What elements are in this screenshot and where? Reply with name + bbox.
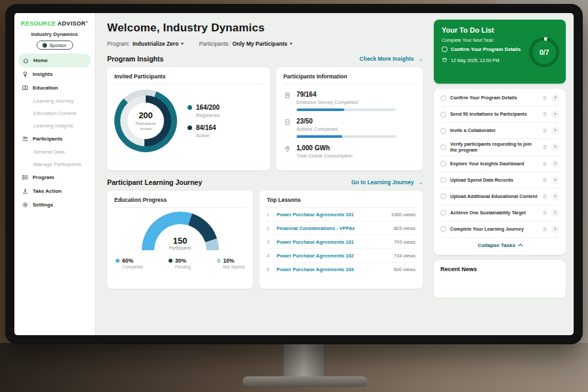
filters-bar: Program: Industrialize Zero ▾ Participan… [107,41,423,47]
task-label: Verify participants requesting to join t… [450,141,538,154]
task-row[interactable]: Invite a Collaborator › [440,123,559,139]
info-row-emission: 79/164 Emission Survey Completed [284,91,416,111]
sidebar-item-education[interactable]: Education [14,81,95,95]
task-row[interactable]: Confirm Your Program Details › [440,90,559,106]
sidebar-item-home[interactable]: Home [18,54,91,67]
legend-dot [188,105,192,110]
todo-progress-ring: 0/7 [529,37,559,67]
learning-cards: Education Progress 150 Participants 60% [107,191,423,289]
chevron-down-icon: ▾ [290,41,293,46]
app-window: RESOURCE ADVISOR+ Industry Dynamics Spon… [14,13,574,335]
sidebar-item-settings[interactable]: Settings [14,198,95,212]
sidebar-item-label: Learning Insights [33,123,73,129]
go-to-learning-journey-link[interactable]: Go to Learning Journey → [351,179,423,186]
task-doc-icon [542,112,547,117]
progress-bar [297,135,396,138]
sidebar-item-insights[interactable]: Insights [14,67,95,81]
task-checkbox[interactable] [440,95,446,101]
task-checkbox[interactable] [440,210,446,216]
legend-item-completed: 60% Completed [116,257,142,269]
section-title: Participant Learning Journey [107,178,202,186]
chevron-right-icon[interactable]: › [551,110,559,118]
chevron-right-icon[interactable]: › [551,193,559,201]
legend-dot [169,259,172,263]
sponsor-icon [42,43,47,48]
next-task-checkbox[interactable] [442,46,448,52]
check-more-insights-link[interactable]: Check More Insights → [359,56,423,62]
task-checkbox[interactable] [440,177,446,183]
gauge-center-value: 150 [142,236,219,246]
task-checkbox[interactable] [440,226,446,232]
task-checkbox[interactable] [440,112,446,118]
task-checkbox[interactable] [440,128,446,134]
lesson-title-link[interactable]: Power Purchase Agreements 101 [276,239,389,245]
task-label: Complete Your Learning Journey [450,226,538,232]
brand-logo-secondary: ADVISOR [57,20,86,27]
task-checkbox[interactable] [440,193,446,199]
lesson-row[interactable]: 4 Power Purchase Agreements 102 734 view… [267,249,416,263]
legend-item-registered: 164/200 Registered [188,104,220,118]
card-title: Participants Information [284,73,416,84]
participants-filter[interactable]: Participants: Only My Participants ▾ [199,41,292,47]
chevron-up-icon [518,244,523,248]
monitor-frame: RESOURCE ADVISOR+ Industry Dynamics Spon… [5,4,583,344]
task-checkbox[interactable] [440,161,446,167]
legend-value: 164/200 [196,104,220,111]
chevron-right-icon[interactable]: › [551,160,559,168]
task-row[interactable]: Upload Additional Educational Content › [440,189,559,205]
lesson-views: 793 views [394,239,416,245]
progress-fill [297,135,342,138]
chevron-right-icon[interactable]: › [551,209,559,217]
lesson-title-link[interactable]: Power Purchase Agreements 103 [276,267,389,272]
sidebar-item-learning-insights[interactable]: Learning Insights [14,120,95,132]
calendar-icon [442,57,448,63]
lesson-row[interactable]: 2 Financial Considerations - VPPAs 803 v… [267,221,416,235]
chevron-right-icon[interactable]: › [551,127,559,135]
lesson-row[interactable]: 1 Power Purchase Agreements 101 1000 vie… [267,208,416,221]
recent-news-card: Recent News [434,260,566,298]
sidebar-item-program[interactable]: Program [14,171,95,184]
invited-participants-donut: 200 Participants Invited [114,90,177,152]
task-row[interactable]: Explore Your Insights Dashboard › [440,156,559,172]
bulb-icon [22,71,29,78]
task-row[interactable]: Send 50 Invitations to Participants › [440,106,559,123]
lesson-row[interactable]: 5 Power Purchase Agreements 103 600 view… [267,263,416,276]
legend-dot [217,259,221,263]
todo-title: Your To Do List [442,26,558,34]
task-doc-icon [542,95,547,101]
legend-item-active: 84/164 Active [188,124,220,139]
sidebar-item-education-content[interactable]: Education Content [14,107,95,120]
lesson-title-link[interactable]: Power Purchase Agreements 102 [276,253,389,259]
chevron-right-icon[interactable]: › [551,176,559,184]
lesson-title-link[interactable]: Power Purchase Agreements 101 [276,212,386,218]
legend-item-pending: 30% Pending [169,257,191,269]
task-checkbox[interactable] [440,144,446,150]
lesson-rank: 5 [267,267,272,272]
monitor-stand-base [243,376,367,387]
task-row[interactable]: Achieve One Sustainability Target › [440,205,559,221]
legend-item-not-started: 10% Not Started [217,257,245,269]
task-label: Upload Additional Educational Content [450,193,538,199]
lesson-rank: 2 [267,226,272,231]
lesson-row[interactable]: 3 Power Purchase Agreements 101 793 view… [267,235,416,249]
lesson-title-link[interactable]: Financial Considerations - VPPAs [276,225,389,231]
task-row[interactable]: Upload Spend Data Records › [440,172,559,189]
sidebar-item-learning-journey[interactable]: Learning Journey [14,95,95,107]
collapse-tasks-button[interactable]: Collapse Tasks [440,238,559,253]
link-label: Check More Insights [359,56,414,62]
sidebar-item-take-action[interactable]: Take Action [14,184,95,198]
chevron-right-icon[interactable]: › [551,225,559,233]
task-row[interactable]: Complete Your Learning Journey › [440,221,559,238]
info-label: Emission Survey Completed [297,99,396,105]
sidebar-item-manage-participants[interactable]: Manage Participants [14,158,95,171]
progress-fill [297,108,344,111]
sidebar-item-general-data[interactable]: General Data [14,146,95,158]
program-filter[interactable]: Program: Industrialize Zero ▾ [107,41,184,47]
legend-label: Not Started [223,265,245,269]
legend-value: 84/164 [196,124,216,131]
task-row[interactable]: Verify participants requesting to join t… [440,139,559,156]
chevron-right-icon[interactable]: › [551,143,559,151]
chevron-right-icon[interactable]: › [551,94,559,102]
sidebar-item-participants[interactable]: Participants [14,132,95,146]
sidebar-item-label: Insights [33,71,53,77]
